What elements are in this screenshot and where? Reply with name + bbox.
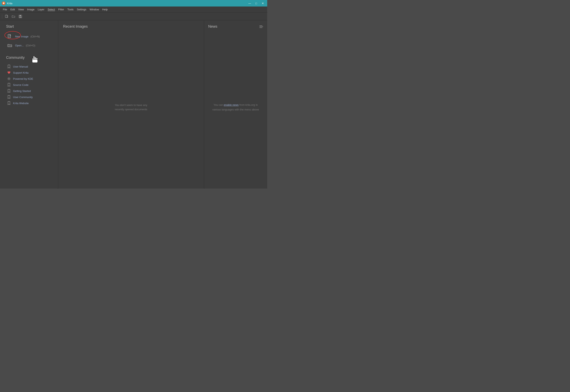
svg-point-7 (9, 78, 10, 79)
recent-images-empty-text: You don't seem to have anyrecently opene… (115, 103, 147, 112)
menu-settings[interactable]: Settings (75, 7, 88, 12)
menu-select[interactable]: Select (46, 7, 57, 12)
source-code-link[interactable]: Source Code (13, 84, 28, 86)
source-code-icon (7, 83, 11, 87)
community-support-krita[interactable]: Support Krita (6, 70, 52, 76)
close-button[interactable]: ✕ (260, 1, 266, 5)
menu-help[interactable]: Help (101, 7, 110, 12)
toolbar-save-icon[interactable] (17, 14, 23, 19)
open-file-item[interactable]: Open... (Ctrl+O) (6, 41, 52, 49)
title-left: Krita (2, 1, 13, 5)
svg-rect-2 (5, 15, 7, 17)
new-image-link[interactable]: New Image (15, 35, 28, 38)
toolbar-separator-1 (2, 14, 2, 18)
toolbar-open-icon[interactable] (10, 14, 16, 19)
title-bar: Krita — □ ✕ (0, 0, 267, 7)
krita-website-icon (7, 101, 11, 105)
enable-news-link[interactable]: enable news (224, 103, 239, 106)
svg-rect-6 (8, 34, 11, 38)
new-image-shortcut: (Ctrl+N) (30, 35, 40, 38)
kde-gear-icon (7, 77, 11, 81)
menu-file[interactable]: File (1, 7, 9, 12)
recent-images-empty: You don't seem to have anyrecently opene… (63, 32, 199, 182)
menu-tools[interactable]: Tools (66, 7, 75, 12)
getting-started-link[interactable]: Getting Started (13, 89, 31, 93)
toolbar (0, 13, 267, 20)
recent-images-title: Recent Images (63, 24, 199, 29)
main-content: Start New Image (Ctrl+N) (0, 20, 267, 189)
new-image-item[interactable]: New Image (Ctrl+N) (6, 32, 52, 41)
news-content: You can enable news from krita.org invar… (208, 32, 263, 182)
app-title: Krita (7, 2, 13, 5)
news-info-text: You can enable news from krita.org invar… (212, 103, 259, 112)
community-powered-kde[interactable]: Powered by KDE (6, 76, 52, 82)
open-file-icon (7, 42, 13, 48)
open-file-link[interactable]: Open... (15, 44, 24, 47)
community-source-code[interactable]: Source Code (6, 82, 52, 88)
powered-kde-link[interactable]: Powered by KDE (13, 77, 33, 80)
svg-rect-5 (19, 16, 21, 18)
menu-layer[interactable]: Layer (36, 7, 46, 12)
start-title: Start (6, 24, 52, 29)
menu-bar: File Edit View Image Layer Select Filter… (0, 7, 267, 13)
right-panel: News You can enable news from krita.org … (204, 20, 267, 189)
community-krita-website[interactable]: Krita Website (6, 100, 52, 106)
news-header: News (208, 24, 263, 29)
krita-website-link[interactable]: Krita Website (13, 102, 29, 105)
open-file-shortcut: (Ctrl+O) (26, 44, 35, 47)
menu-filter[interactable]: Filter (57, 7, 66, 12)
user-manual-link[interactable]: User Manual (13, 65, 28, 68)
support-krita-link[interactable]: Support Krita (13, 71, 28, 74)
heart-icon (7, 70, 11, 75)
community-user-manual[interactable]: User Manual (6, 63, 52, 70)
maximize-button[interactable]: □ (253, 1, 259, 5)
menu-image[interactable]: Image (26, 7, 36, 12)
community-title: Community (6, 56, 52, 60)
svg-rect-4 (20, 15, 21, 16)
bookmark-icon (7, 65, 11, 69)
center-panel: Recent Images You don't seem to have any… (58, 20, 204, 189)
new-image-icon (7, 34, 13, 39)
news-title: News (208, 24, 217, 29)
app-logo-icon (2, 1, 6, 5)
community-section: Community User Manual Support Krita (6, 56, 52, 106)
user-community-link[interactable]: User Community (13, 96, 33, 99)
menu-edit[interactable]: Edit (9, 7, 16, 12)
community-user-community[interactable]: User Community (6, 94, 52, 100)
getting-started-icon (7, 89, 11, 93)
news-menu-button[interactable] (259, 25, 263, 28)
svg-point-1 (3, 3, 4, 4)
left-panel: Start New Image (Ctrl+N) (0, 20, 58, 189)
minimize-button[interactable]: — (247, 1, 253, 5)
community-getting-started[interactable]: Getting Started (6, 88, 52, 94)
title-controls: — □ ✕ (247, 1, 266, 5)
menu-window[interactable]: Window (88, 7, 100, 12)
menu-view[interactable]: View (16, 7, 26, 12)
user-community-icon (7, 95, 11, 99)
toolbar-new-icon[interactable] (3, 14, 10, 19)
